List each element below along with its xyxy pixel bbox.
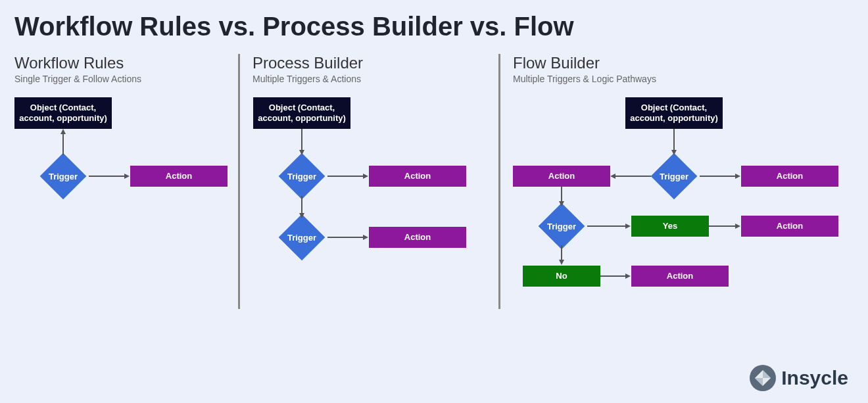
svg-marker-15 [610, 174, 615, 179]
arrow [709, 224, 740, 229]
svg-marker-9 [299, 213, 304, 218]
page-title: Workflow Rules vs. Process Builder vs. F… [14, 12, 574, 41]
section-sub-workflow: Single Trigger & Follow Actions [14, 74, 141, 84]
wf-object: Object (Contact, account, opportunity) [14, 97, 112, 129]
arrow [587, 224, 631, 229]
section-title-process: Process Builder [253, 54, 363, 72]
fb-object: Object (Contact, account, opportunity) [625, 97, 723, 129]
fb-trigger-bottom: Trigger [539, 203, 585, 250]
fb-no: No [523, 266, 600, 287]
svg-marker-30 [755, 378, 763, 386]
arrow [610, 174, 651, 179]
fb-trigger-top: Trigger [651, 153, 698, 200]
section-sub-flow: Multiple Triggers & Logic Pathways [513, 74, 656, 84]
svg-marker-1 [60, 129, 66, 134]
arrow [700, 174, 740, 179]
logo: Insycle [750, 365, 848, 391]
pb-action-1: Action [369, 166, 466, 187]
pb-object: Object (Contact, account, opportunity) [253, 97, 350, 129]
section-title-workflow: Workflow Rules [14, 54, 124, 72]
arrow [559, 187, 564, 206]
arrow [299, 196, 304, 218]
svg-marker-7 [363, 174, 368, 179]
arrow [327, 235, 368, 240]
svg-marker-5 [299, 150, 304, 155]
arrow [671, 129, 677, 155]
divider-2 [498, 54, 500, 309]
wf-trigger: Trigger [40, 153, 87, 200]
arrow [89, 174, 130, 179]
arrow [600, 273, 631, 279]
svg-marker-17 [735, 174, 740, 179]
pb-action-2: Action [369, 227, 466, 248]
fb-action-no: Action [631, 266, 729, 287]
svg-marker-29 [763, 370, 771, 378]
arrow [60, 129, 66, 155]
svg-marker-19 [559, 201, 564, 206]
fb-action-yes: Action [741, 216, 838, 237]
logo-text: Insycle [781, 367, 848, 389]
svg-marker-23 [735, 224, 740, 229]
svg-marker-13 [671, 150, 677, 155]
section-sub-process: Multiple Triggers & Actions [253, 74, 361, 84]
pb-trigger-2: Trigger [279, 214, 326, 261]
fb-action-left: Action [513, 166, 610, 187]
arrow [299, 129, 304, 155]
pb-trigger-1: Trigger [279, 153, 326, 200]
svg-marker-11 [363, 235, 368, 240]
svg-marker-21 [625, 224, 631, 229]
arrow [559, 245, 564, 265]
divider-1 [238, 54, 240, 309]
fb-action-right: Action [741, 166, 838, 187]
fb-yes: Yes [631, 216, 709, 237]
logo-mark-icon [750, 365, 776, 391]
arrow [327, 174, 368, 179]
svg-marker-27 [625, 273, 631, 279]
svg-marker-3 [124, 174, 130, 179]
svg-marker-25 [559, 260, 564, 265]
section-title-flow: Flow Builder [513, 54, 600, 72]
wf-action: Action [130, 166, 228, 187]
